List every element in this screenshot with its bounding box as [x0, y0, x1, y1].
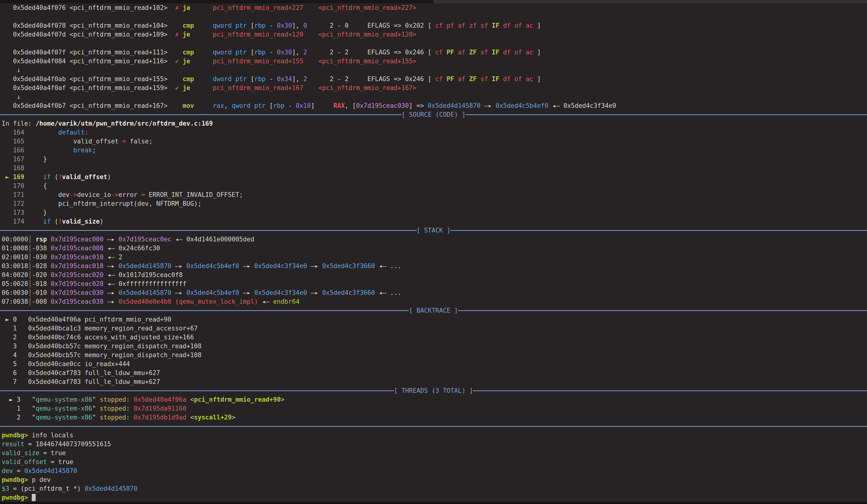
text-segment: endbr64 [273, 298, 300, 305]
text-segment: -010 [32, 289, 51, 296]
text-segment: : [85, 129, 88, 136]
text-segment: 172 [2, 200, 24, 207]
text-segment: cf [435, 48, 447, 56]
text-segment: - [285, 102, 296, 109]
text-segment: —▸ [307, 289, 322, 296]
top-edge-right-panel [434, 0, 867, 3]
text-segment: ( [51, 218, 58, 225]
text-segment: 0x7d195ceac038 [51, 298, 104, 305]
text-segment: mov [183, 102, 194, 109]
text-segment: ja [183, 4, 190, 11]
source-file-header: In file: /home/varik/utm/pwn_nftdrm/src/… [2, 119, 867, 128]
text-segment: , [ [345, 102, 356, 109]
disasm-row-mov-167: 0x5ded40a4f0b7 <pci_nftdrm_mmio_read+167… [2, 101, 867, 110]
text-segment: 0x7d195db1d9ad [133, 414, 186, 421]
text-segment: break [73, 146, 92, 154]
text-segment: qword ptr [213, 22, 251, 29]
text-segment: qword ptr [213, 48, 251, 56]
text-segment: stopped: [100, 414, 130, 421]
text-segment: 0x7d195ceac008 [51, 244, 104, 252]
text-segment: af [454, 75, 469, 83]
text-segment: pci_nftdrm_mmio_read+120 [213, 31, 303, 38]
disasm-row-je-159: 0x5ded40a4f0af <pci_nftdrm_mmio_read+159… [2, 84, 867, 92]
text-segment [303, 4, 318, 11]
text-segment: /home/varik/utm/pwn_nftdrm/src/nftdrm_de… [36, 120, 213, 127]
thread-row-2: 2 "qemu-system-x86" stopped: 0x7d195db1d… [2, 413, 867, 422]
text-segment: 174 [2, 218, 24, 225]
text-segment: af [454, 48, 469, 56]
text-segment: ], [292, 48, 303, 56]
text-segment: 2 0x5ded40bc74c6 access_with_adjusted_si… [2, 333, 194, 341]
text-segment: │ [28, 244, 32, 252]
text-segment: │ [28, 253, 32, 261]
text-segment [24, 146, 74, 154]
text-segment: valid_size [2, 449, 40, 457]
text-segment: 0x5ded4c5b4ef0 [496, 102, 548, 109]
text-segment: pci_nftdrm_mmio_read+227 [213, 4, 303, 11]
text-segment: 05:0028 [2, 280, 28, 287]
text-segment: = [122, 138, 126, 145]
terminal-cursor[interactable] [32, 494, 36, 501]
text-segment: 167 [2, 155, 24, 163]
separator-label: [ STACK ] [417, 226, 451, 235]
stack-row-03: 03:0018│-028 0x7d195ceac018 —▸ 0x5ded4d1… [2, 262, 867, 271]
text-segment: -008 [32, 298, 51, 305]
text-segment: default [58, 129, 85, 136]
text-segment: cmp [183, 48, 194, 56]
text-segment: p dev [28, 476, 51, 483]
text-segment: 00:0000 [2, 235, 28, 243]
text-segment: ◂— ... [375, 289, 402, 296]
text-segment: PF [447, 48, 454, 56]
text-segment: 171 [2, 191, 24, 198]
text-segment: 165 [2, 138, 24, 145]
text-segment: error [118, 191, 141, 198]
text-segment: ] [533, 75, 541, 83]
text-segment: if [43, 173, 51, 180]
text-segment: │ [28, 271, 32, 278]
text-segment: sf [477, 48, 492, 56]
text-segment [28, 494, 32, 501]
flow-arrow: ↓ [2, 66, 867, 75]
text-segment: df of ac [499, 48, 533, 56]
text-segment: ] [311, 102, 333, 109]
text-segment: pwndbg> [2, 431, 28, 439]
text-segment: ! [58, 173, 62, 180]
stack-row-00: 00:0000│ rsp 0x7d195ceac000 —▸ 0x7d195ce… [2, 235, 867, 244]
text-segment: 0x5ded40e0e4b0 [118, 298, 171, 305]
backtrace-frame-5: 5 0x5ded40cae0cc io_readx+444 [2, 360, 867, 369]
disasm-row-cmp-155: 0x5ded40a4f0ab <pci_nftdrm_mmio_read+155… [2, 75, 867, 84]
text-segment: device_io [77, 191, 111, 198]
text-segment [171, 298, 175, 305]
text-segment: 0x5ded4d145870 [118, 289, 171, 296]
disasm-row-ja-102: 0x5ded40a4f076 <pci_nftdrm_mmio_read+102… [2, 3, 867, 12]
text-segment: 6 0x5ded40caf783 full_le_lduw_mmu+627 [2, 369, 160, 376]
prompt-info-locals: pwndbg> info locals [2, 431, 867, 440]
text-segment: valid_offset [2, 458, 47, 465]
text-segment: qemu-system-x86 [36, 414, 92, 421]
text-segment [303, 31, 318, 38]
text-segment: [ [250, 75, 254, 83]
text-segment: - [266, 48, 277, 56]
text-segment: ( [51, 173, 58, 180]
terminal[interactable]: 0x5ded40a4f076 <pci_nftdrm_mmio_read+102… [0, 3, 867, 502]
backtrace-frame-4: 4 0x5ded40bcb57c memory_region_dispatch_… [2, 351, 867, 360]
text-segment: info locals [28, 431, 74, 439]
text-segment: [ [269, 102, 273, 109]
text-segment: sf [477, 75, 492, 83]
text-segment: = (pci_nftdrm_t *) [9, 485, 85, 492]
text-segment: 0x5ded40a4f07f <pci_nftdrm_mmio_read+111… [2, 48, 183, 56]
text-segment: 0x5ded40a4f07d <pci_nftdrm_mmio_read+109… [2, 31, 175, 38]
text-segment: 2 [303, 48, 307, 56]
separator-backtrace: [ BACKTRACE ] [0, 306, 867, 315]
text-segment: rbp [254, 22, 266, 29]
separator-source: [ SOURCE (CODE) ] [0, 110, 867, 119]
separator-rule [465, 114, 867, 115]
text-segment: df of ac [499, 75, 533, 83]
text-segment: cf pf af zf sf [435, 22, 492, 29]
stack-row-01: 01:0008│-038 0x7d195ceac008 ◂— 0x24c66fc… [2, 244, 867, 253]
text-segment: ], [292, 22, 303, 29]
text-segment: rbp [273, 102, 285, 109]
text-segment: pci_nftdrm_mmio_read+90 [194, 396, 281, 403]
text-segment: ) [107, 173, 111, 180]
text-segment: 0 [303, 22, 307, 29]
